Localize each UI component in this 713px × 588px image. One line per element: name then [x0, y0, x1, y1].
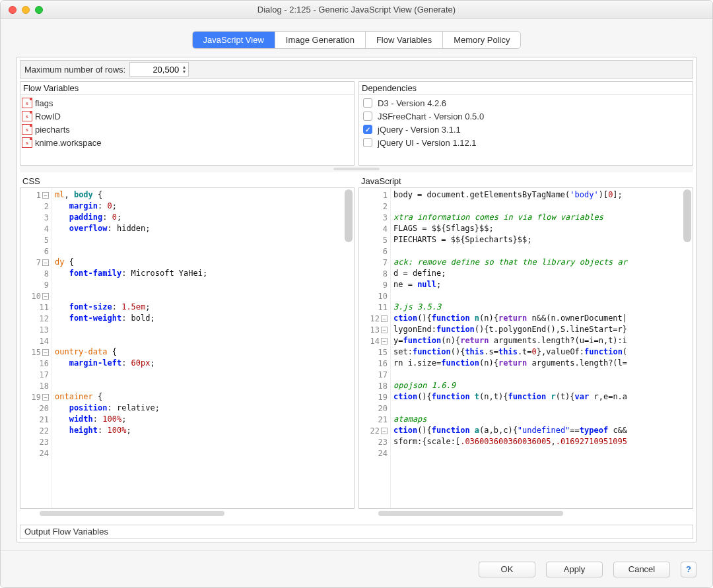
fold-icon[interactable]: − [42, 192, 49, 199]
string-icon: s [22, 111, 32, 121]
vertical-scrollbar[interactable] [683, 189, 691, 497]
apply-button[interactable]: Apply [546, 562, 603, 577]
max-rows-stepper[interactable]: ▴▾ [129, 62, 189, 77]
fold-icon[interactable]: − [42, 259, 49, 266]
string-icon: s [22, 124, 32, 135]
fold-icon[interactable]: − [381, 327, 388, 333]
css-gutter: 1− 2 3 4 5 6 7− 8 9 10− 11 12 13 [20, 188, 52, 508]
css-code[interactable]: ml, body { margin: 0; padding: 0; overfl… [52, 188, 354, 508]
max-rows-label: Maximum number of rows: [24, 65, 129, 75]
fold-icon[interactable]: − [42, 394, 49, 401]
dialog-window: Dialog - 2:125 - Generic JavaScript View… [0, 0, 713, 588]
ok-button[interactable]: OK [479, 562, 535, 577]
string-icon: s [22, 98, 32, 108]
max-rows-input[interactable] [137, 65, 179, 75]
cancel-button[interactable]: Cancel [613, 562, 670, 577]
horizontal-scrollbar[interactable] [358, 509, 693, 518]
javascript-section: JavaScript 1 2 3 4 5 6 7 8 9 10 [358, 175, 693, 518]
content: JavaScript View Image Generation Flow Va… [1, 19, 712, 550]
javascript-editor[interactable]: 1 2 3 4 5 6 7 8 9 10 11 12− 13− [358, 187, 693, 509]
css-editor[interactable]: 1− 2 3 4 5 6 7− 8 9 10− 11 12 13 [20, 187, 355, 509]
window-title: Dialog - 2:125 - Generic JavaScript View… [1, 5, 712, 15]
dependencies-list: D3 - Version 4.2.6 JSFreeChart - Version… [359, 94, 693, 165]
string-icon: s [22, 137, 32, 148]
checkbox-icon[interactable] [363, 112, 372, 121]
fold-icon[interactable]: − [42, 349, 49, 356]
vertical-scrollbar[interactable] [345, 189, 353, 497]
javascript-title: JavaScript [358, 175, 693, 187]
fold-icon[interactable]: − [42, 293, 49, 300]
list-item[interactable]: sRowID [22, 110, 353, 123]
list-item[interactable]: sflags [22, 96, 353, 110]
list-item[interactable]: jQuery UI - Version 1.12.1 [360, 136, 691, 149]
flow-variables-section: Flow Variables sflags sRowID spiecharts … [20, 81, 355, 166]
help-icon[interactable]: ? [681, 562, 696, 577]
output-flow-variables-title: Output Flow Variables [24, 527, 108, 537]
fold-icon[interactable]: − [381, 428, 388, 434]
max-rows-bar: Maximum number of rows: ▴▾ [20, 60, 693, 79]
js-code[interactable]: body = document.getElementsByTagName('bo… [391, 188, 693, 508]
titlebar: Dialog - 2:125 - Generic JavaScript View… [1, 1, 712, 19]
flow-variables-list: sflags sRowID spiecharts sknime.workspac… [20, 94, 354, 165]
dependencies-title: Dependencies [359, 82, 693, 94]
list-item[interactable]: D3 - Version 4.2.6 [360, 96, 691, 110]
css-section: CSS 1− 2 3 4 5 6 7− 8 9 10− [20, 175, 355, 518]
tab-memory-policy[interactable]: Memory Policy [443, 32, 520, 48]
main-panel: Maximum number of rows: ▴▾ Flow Variable… [17, 57, 696, 542]
checkbox-checked-icon[interactable]: ✓ [363, 125, 372, 134]
list-item[interactable]: JSFreeChart - Version 0.5.0 [360, 110, 691, 123]
tab-image-generation[interactable]: Image Generation [275, 32, 366, 48]
css-title: CSS [20, 175, 355, 187]
checkbox-icon[interactable] [363, 98, 372, 108]
js-gutter: 1 2 3 4 5 6 7 8 9 10 11 12− 13− [359, 188, 391, 508]
list-item[interactable]: sknime.workspace [22, 136, 353, 149]
flow-variables-title: Flow Variables [20, 82, 354, 94]
output-flow-variables-section: Output Flow Variables [20, 525, 693, 539]
horizontal-scrollbar[interactable] [20, 509, 355, 518]
spinner-arrows-icon[interactable]: ▴▾ [183, 65, 186, 74]
fold-icon[interactable]: − [381, 315, 388, 322]
list-item[interactable]: ✓jQuery - Version 3.1.1 [360, 123, 691, 136]
horizontal-splitter[interactable] [20, 166, 693, 172]
checkbox-icon[interactable] [363, 138, 372, 147]
fold-icon[interactable]: − [381, 338, 388, 344]
tab-flow-variables[interactable]: Flow Variables [366, 32, 443, 48]
dependencies-section: Dependencies D3 - Version 4.2.6 JSFreeCh… [358, 81, 693, 166]
list-item[interactable]: spiecharts [22, 123, 353, 136]
tab-javascript-view[interactable]: JavaScript View [193, 32, 275, 48]
footer: OK Apply Cancel ? [1, 550, 712, 587]
tabbar: JavaScript View Image Generation Flow Va… [17, 31, 696, 49]
